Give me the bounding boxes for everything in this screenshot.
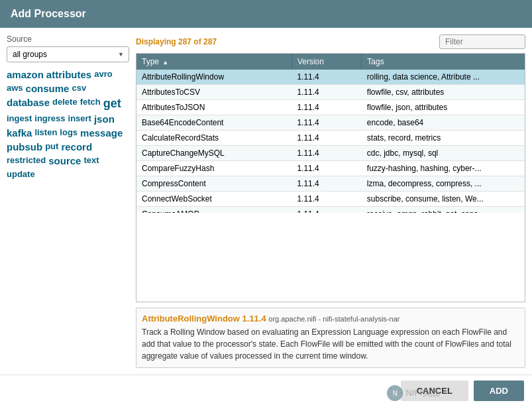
- cell-type: ConsumeAMQP: [136, 207, 292, 213]
- tag-record[interactable]: record: [61, 141, 92, 152]
- dialog-footer: N NIFI实战 CANCEL ADD: [0, 375, 532, 406]
- tag-kafka[interactable]: kafka: [7, 127, 32, 139]
- tag-consume[interactable]: consume: [26, 83, 70, 94]
- cell-tags: stats, record, metrics: [362, 131, 525, 146]
- watermark: N NIFI实战: [387, 385, 439, 401]
- watermark-text: NIFI实战: [405, 387, 439, 399]
- cell-type: AttributesToCSV: [136, 85, 292, 100]
- table-header-row: Type ▲ Version Tags: [136, 54, 525, 70]
- detail-panel: AttributeRollingWindow 1.11.4 org.apache…: [136, 308, 525, 368]
- tag-attributes[interactable]: attributes: [46, 69, 91, 80]
- dialog-header: Add Processor: [0, 0, 532, 28]
- cell-version: 1.11.4: [292, 146, 361, 161]
- add-processor-dialog: Add Processor Source all groups default …: [0, 0, 532, 406]
- cell-type: AttributesToJSON: [136, 100, 292, 115]
- tag-avro[interactable]: avro: [94, 69, 112, 80]
- tag-text[interactable]: text: [83, 155, 99, 166]
- cell-version: 1.11.4: [292, 85, 361, 100]
- tag-update[interactable]: update: [7, 169, 35, 179]
- cell-type: CaptureChangeMySQL: [136, 146, 292, 161]
- tag-database[interactable]: database: [7, 97, 50, 111]
- table-row[interactable]: ConnectWebSocket 1.11.4 subscribe, consu…: [136, 192, 525, 207]
- processor-table-scroll[interactable]: Type ▲ Version Tags AttributeRollingWind…: [136, 54, 525, 213]
- processor-list-header: Displaying 287 of 287: [136, 34, 525, 49]
- table-row[interactable]: AttributesToCSV 1.11.4 flowfile, csv, at…: [136, 85, 525, 100]
- cell-version: 1.11.4: [292, 207, 361, 213]
- source-select[interactable]: all groups default group: [7, 46, 129, 62]
- table-row[interactable]: AttributeRollingWindow 1.11.4 rolling, d…: [136, 70, 525, 85]
- cell-version: 1.11.4: [292, 192, 361, 207]
- watermark-logo: N: [387, 385, 403, 401]
- tag-delete[interactable]: delete: [52, 97, 78, 111]
- cell-tags: receive, amqp, rabbit, get, cons...: [362, 207, 525, 213]
- cell-type: CalculateRecordStats: [136, 131, 292, 146]
- cell-tags: flowfile, json, attributes: [362, 100, 525, 115]
- detail-nar: org.apache.nifi - nifi-stateful-analysis…: [268, 315, 399, 323]
- cell-type: CompareFuzzyHash: [136, 161, 292, 176]
- left-panel: Source all groups default group amazonat…: [7, 34, 129, 368]
- processor-table-container: Type ▲ Version Tags AttributeRollingWind…: [136, 53, 525, 302]
- table-row[interactable]: ConsumeAMQP 1.11.4 receive, amqp, rabbit…: [136, 207, 525, 213]
- cell-version: 1.11.4: [292, 161, 361, 176]
- tags-cloud: amazonattributesavroawsconsumecsvdatabas…: [7, 69, 129, 179]
- tag-ingress[interactable]: ingress: [34, 113, 65, 125]
- col-header-type[interactable]: Type ▲: [136, 54, 292, 70]
- cell-version: 1.11.4: [292, 100, 361, 115]
- source-select-wrapper: all groups default group: [7, 46, 129, 62]
- cell-tags: flowfile, csv, attributes: [362, 85, 525, 100]
- dialog-body: Source all groups default group amazonat…: [0, 28, 532, 406]
- table-row[interactable]: Base64EncodeContent 1.11.4 encode, base6…: [136, 115, 525, 131]
- tag-get[interactable]: get: [103, 97, 121, 111]
- detail-header: AttributeRollingWindow 1.11.4 org.apache…: [142, 314, 519, 324]
- col-header-tags[interactable]: Tags: [362, 54, 525, 70]
- tag-aws[interactable]: aws: [7, 83, 23, 94]
- cell-tags: fuzzy-hashing, hashing, cyber-...: [362, 161, 525, 176]
- tag-logs[interactable]: logs: [60, 127, 78, 139]
- processor-table: Type ▲ Version Tags AttributeRollingWind…: [136, 54, 525, 213]
- cell-type: Base64EncodeContent: [136, 115, 292, 131]
- tag-ingest[interactable]: ingest: [7, 113, 32, 125]
- table-row[interactable]: CompressContent 1.11.4 lzma, decompress,…: [136, 176, 525, 192]
- right-panel: Displaying 287 of 287 Type ▲ Version Tag…: [136, 34, 525, 368]
- tag-source[interactable]: source: [48, 155, 81, 166]
- cell-type: AttributeRollingWindow: [136, 70, 292, 85]
- tag-csv[interactable]: csv: [72, 83, 86, 94]
- table-row[interactable]: CaptureChangeMySQL 1.11.4 cdc, jdbc, mys…: [136, 146, 525, 161]
- main-content: Source all groups default group amazonat…: [0, 28, 532, 375]
- filter-input[interactable]: [439, 34, 525, 49]
- dialog-title: Add Processor: [11, 8, 86, 19]
- tag-amazon[interactable]: amazon: [7, 69, 44, 80]
- tag-json[interactable]: json: [94, 113, 115, 125]
- table-row[interactable]: CompareFuzzyHash 1.11.4 fuzzy-hashing, h…: [136, 161, 525, 176]
- cell-tags: subscribe, consume, listen, We...: [362, 192, 525, 207]
- cell-type: CompressContent: [136, 176, 292, 192]
- tag-restricted[interactable]: restricted: [7, 155, 46, 166]
- cell-tags: rolling, data science, Attribute ...: [362, 70, 525, 85]
- detail-processor-name: AttributeRollingWindow 1.11.4: [142, 314, 268, 324]
- tag-insert[interactable]: insert: [68, 113, 91, 125]
- cell-tags: cdc, jdbc, mysql, sql: [362, 146, 525, 161]
- col-header-version[interactable]: Version: [292, 54, 361, 70]
- cell-tags: encode, base64: [362, 115, 525, 131]
- tag-listen[interactable]: listen: [34, 127, 57, 139]
- table-row[interactable]: CalculateRecordStats 1.11.4 stats, recor…: [136, 131, 525, 146]
- tag-message[interactable]: message: [80, 127, 123, 139]
- cell-version: 1.11.4: [292, 176, 361, 192]
- add-button[interactable]: ADD: [474, 381, 524, 401]
- displaying-count: Displaying 287 of 287: [136, 37, 217, 46]
- cell-tags: lzma, decompress, compress, ...: [362, 176, 525, 192]
- tag-put[interactable]: put: [45, 141, 58, 152]
- cell-type: ConnectWebSocket: [136, 192, 292, 207]
- source-label: Source: [7, 34, 129, 44]
- cell-version: 1.11.4: [292, 131, 361, 146]
- tag-pubsub[interactable]: pubsub: [7, 141, 42, 152]
- table-row[interactable]: AttributesToJSON 1.11.4 flowfile, json, …: [136, 100, 525, 115]
- tag-fetch[interactable]: fetch: [80, 97, 101, 111]
- cell-version: 1.11.4: [292, 115, 361, 131]
- detail-description: Track a Rolling Window based on evaluati…: [142, 326, 519, 362]
- cell-version: 1.11.4: [292, 70, 361, 85]
